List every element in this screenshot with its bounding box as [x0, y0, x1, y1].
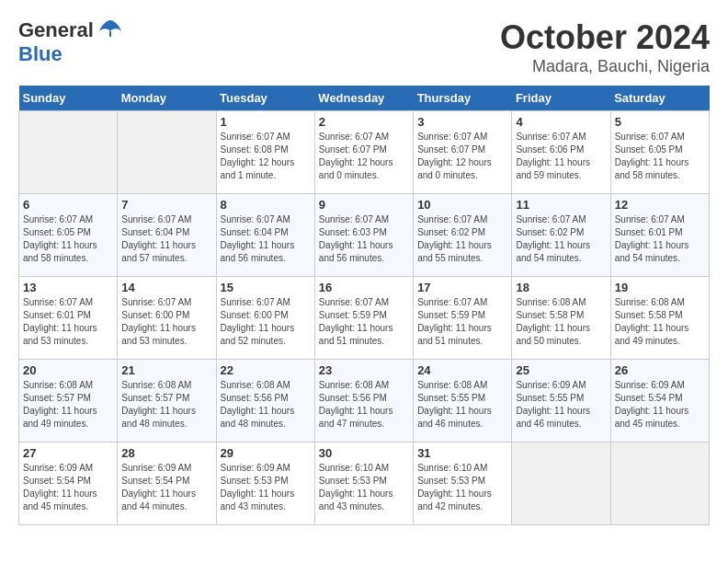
calendar-week-row: 6Sunrise: 6:07 AM Sunset: 6:05 PM Daylig…	[19, 194, 710, 277]
day-info: Sunrise: 6:07 AM Sunset: 6:05 PM Dayligh…	[615, 131, 705, 182]
day-number: 25	[516, 363, 606, 377]
calendar-cell: 28Sunrise: 6:09 AM Sunset: 5:54 PM Dayli…	[118, 442, 216, 525]
day-header-friday: Friday	[512, 86, 610, 111]
day-header-tuesday: Tuesday	[216, 86, 314, 111]
day-number: 29	[221, 446, 311, 460]
day-number: 4	[516, 115, 606, 129]
day-number: 11	[516, 198, 606, 212]
day-number: 24	[417, 363, 507, 377]
day-info: Sunrise: 6:07 AM Sunset: 6:08 PM Dayligh…	[221, 131, 311, 182]
calendar-cell: 25Sunrise: 6:09 AM Sunset: 5:55 PM Dayli…	[512, 360, 610, 442]
logo-general: General	[18, 18, 94, 42]
day-info: Sunrise: 6:07 AM Sunset: 6:06 PM Dayligh…	[516, 131, 606, 182]
calendar-cell: 17Sunrise: 6:07 AM Sunset: 5:59 PM Dayli…	[414, 277, 512, 360]
day-number: 19	[615, 281, 705, 294]
day-info: Sunrise: 6:07 AM Sunset: 6:00 PM Dayligh…	[221, 296, 311, 348]
day-header-thursday: Thursday	[414, 86, 512, 111]
day-info: Sunrise: 6:08 AM Sunset: 5:58 PM Dayligh…	[615, 296, 705, 348]
day-info: Sunrise: 6:09 AM Sunset: 5:53 PM Dayligh…	[221, 462, 311, 513]
day-info: Sunrise: 6:09 AM Sunset: 5:55 PM Dayligh…	[516, 379, 606, 431]
day-number: 1	[221, 115, 311, 129]
day-header-sunday: Sunday	[19, 86, 118, 111]
day-number: 21	[121, 363, 211, 377]
calendar-table: SundayMondayTuesdayWednesdayThursdayFrid…	[18, 86, 710, 525]
day-number: 16	[319, 281, 409, 294]
day-number: 17	[417, 281, 507, 294]
calendar-cell: 19Sunrise: 6:08 AM Sunset: 5:58 PM Dayli…	[610, 277, 709, 360]
calendar-week-row: 13Sunrise: 6:07 AM Sunset: 6:01 PM Dayli…	[19, 277, 710, 360]
logo-bird-icon	[97, 18, 123, 39]
day-info: Sunrise: 6:07 AM Sunset: 6:00 PM Dayligh…	[121, 296, 211, 348]
day-number: 9	[319, 198, 409, 212]
calendar-cell: 15Sunrise: 6:07 AM Sunset: 6:00 PM Dayli…	[216, 277, 314, 360]
calendar-week-row: 27Sunrise: 6:09 AM Sunset: 5:54 PM Dayli…	[19, 442, 710, 525]
calendar-cell: 31Sunrise: 6:10 AM Sunset: 5:53 PM Dayli…	[414, 442, 512, 525]
day-number: 23	[319, 363, 409, 377]
day-info: Sunrise: 6:10 AM Sunset: 5:53 PM Dayligh…	[417, 462, 507, 513]
calendar-cell	[610, 442, 709, 525]
calendar-cell: 6Sunrise: 6:07 AM Sunset: 6:05 PM Daylig…	[19, 194, 118, 277]
calendar-cell: 29Sunrise: 6:09 AM Sunset: 5:53 PM Dayli…	[216, 442, 314, 525]
day-info: Sunrise: 6:07 AM Sunset: 5:59 PM Dayligh…	[319, 296, 409, 348]
day-info: Sunrise: 6:07 AM Sunset: 6:04 PM Dayligh…	[121, 213, 211, 265]
calendar-cell: 1Sunrise: 6:07 AM Sunset: 6:08 PM Daylig…	[216, 111, 314, 194]
calendar-cell: 5Sunrise: 6:07 AM Sunset: 6:05 PM Daylig…	[610, 111, 709, 194]
header: General Blue October 2024 Madara, Bauchi…	[18, 18, 710, 76]
day-info: Sunrise: 6:08 AM Sunset: 5:58 PM Dayligh…	[516, 296, 606, 348]
calendar-cell: 7Sunrise: 6:07 AM Sunset: 6:04 PM Daylig…	[118, 194, 216, 277]
calendar-cell: 9Sunrise: 6:07 AM Sunset: 6:03 PM Daylig…	[314, 194, 413, 277]
day-info: Sunrise: 6:07 AM Sunset: 6:07 PM Dayligh…	[319, 131, 409, 182]
day-info: Sunrise: 6:09 AM Sunset: 5:54 PM Dayligh…	[23, 462, 113, 513]
day-header-saturday: Saturday	[610, 86, 709, 111]
day-number: 18	[516, 281, 606, 294]
calendar-cell: 16Sunrise: 6:07 AM Sunset: 5:59 PM Dayli…	[314, 277, 413, 360]
day-info: Sunrise: 6:10 AM Sunset: 5:53 PM Dayligh…	[319, 462, 409, 513]
day-info: Sunrise: 6:07 AM Sunset: 6:01 PM Dayligh…	[23, 296, 113, 348]
calendar-cell: 26Sunrise: 6:09 AM Sunset: 5:54 PM Dayli…	[610, 360, 709, 442]
day-number: 3	[417, 115, 507, 129]
logo: General Blue	[18, 18, 123, 66]
day-number: 15	[221, 281, 311, 294]
title-section: October 2024 Madara, Bauchi, Nigeria	[500, 18, 710, 76]
day-info: Sunrise: 6:07 AM Sunset: 6:07 PM Dayligh…	[417, 131, 507, 182]
day-number: 10	[417, 198, 507, 212]
calendar-cell: 27Sunrise: 6:09 AM Sunset: 5:54 PM Dayli…	[19, 442, 118, 525]
logo-blue: Blue	[18, 42, 63, 65]
day-number: 28	[121, 446, 211, 460]
calendar-cell	[512, 442, 610, 525]
day-header-wednesday: Wednesday	[314, 86, 413, 111]
calendar-cell	[118, 111, 216, 194]
calendar-week-row: 1Sunrise: 6:07 AM Sunset: 6:08 PM Daylig…	[19, 111, 710, 194]
day-info: Sunrise: 6:09 AM Sunset: 5:54 PM Dayligh…	[615, 379, 705, 431]
day-info: Sunrise: 6:07 AM Sunset: 6:04 PM Dayligh…	[221, 213, 311, 265]
day-number: 26	[615, 363, 705, 377]
day-number: 2	[319, 115, 409, 129]
calendar-cell: 11Sunrise: 6:07 AM Sunset: 6:02 PM Dayli…	[512, 194, 610, 277]
day-number: 13	[23, 281, 113, 294]
day-number: 6	[23, 198, 113, 212]
day-number: 20	[23, 363, 113, 377]
day-info: Sunrise: 6:07 AM Sunset: 6:02 PM Dayligh…	[516, 213, 606, 265]
day-info: Sunrise: 6:08 AM Sunset: 5:57 PM Dayligh…	[121, 379, 211, 431]
calendar-week-row: 20Sunrise: 6:08 AM Sunset: 5:57 PM Dayli…	[19, 360, 710, 442]
calendar-cell: 30Sunrise: 6:10 AM Sunset: 5:53 PM Dayli…	[314, 442, 413, 525]
day-info: Sunrise: 6:09 AM Sunset: 5:54 PM Dayligh…	[121, 462, 211, 513]
day-number: 8	[221, 198, 311, 212]
day-number: 27	[23, 446, 113, 460]
calendar-cell: 3Sunrise: 6:07 AM Sunset: 6:07 PM Daylig…	[414, 111, 512, 194]
day-info: Sunrise: 6:07 AM Sunset: 6:01 PM Dayligh…	[615, 213, 705, 265]
day-info: Sunrise: 6:07 AM Sunset: 6:05 PM Dayligh…	[23, 213, 113, 265]
day-number: 22	[221, 363, 311, 377]
day-info: Sunrise: 6:07 AM Sunset: 6:03 PM Dayligh…	[319, 213, 409, 265]
calendar-cell: 23Sunrise: 6:08 AM Sunset: 5:56 PM Dayli…	[314, 360, 413, 442]
calendar-cell: 2Sunrise: 6:07 AM Sunset: 6:07 PM Daylig…	[314, 111, 413, 194]
day-header-monday: Monday	[118, 86, 216, 111]
location: Madara, Bauchi, Nigeria	[500, 57, 710, 76]
day-info: Sunrise: 6:07 AM Sunset: 6:02 PM Dayligh…	[417, 213, 507, 265]
calendar-cell: 14Sunrise: 6:07 AM Sunset: 6:00 PM Dayli…	[118, 277, 216, 360]
calendar-cell: 13Sunrise: 6:07 AM Sunset: 6:01 PM Dayli…	[19, 277, 118, 360]
calendar-cell: 22Sunrise: 6:08 AM Sunset: 5:56 PM Dayli…	[216, 360, 314, 442]
day-number: 30	[319, 446, 409, 460]
day-info: Sunrise: 6:07 AM Sunset: 5:59 PM Dayligh…	[417, 296, 507, 348]
day-number: 14	[121, 281, 211, 294]
